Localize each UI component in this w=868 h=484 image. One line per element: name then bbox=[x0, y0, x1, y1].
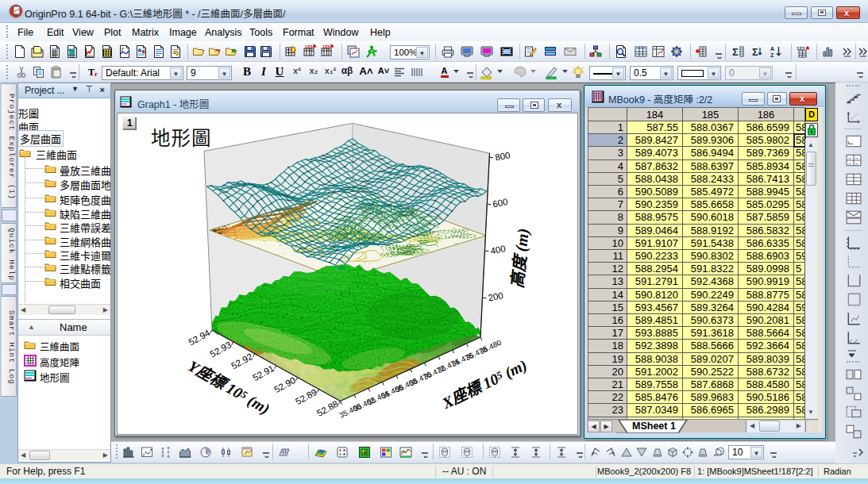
svg-text:A: A bbox=[770, 46, 774, 52]
svg-text:Σ: Σ bbox=[732, 46, 739, 58]
svg-text:600: 600 bbox=[492, 197, 508, 209]
svg-text:T: T bbox=[88, 67, 95, 78]
svg-text:52.89: 52.89 bbox=[294, 387, 318, 406]
svg-text:52.88: 52.88 bbox=[315, 399, 340, 418]
svg-text:52.94: 52.94 bbox=[187, 328, 212, 348]
svg-text:52.91: 52.91 bbox=[251, 363, 276, 382]
svg-text:Y座標 105 (m): Y座標 105 (m) bbox=[185, 358, 272, 418]
svg-text:52.90: 52.90 bbox=[272, 375, 297, 394]
svg-text:A: A bbox=[442, 66, 448, 75]
svg-text:123: 123 bbox=[305, 44, 312, 49]
svg-text:52.92: 52.92 bbox=[230, 351, 254, 371]
svg-text:400: 400 bbox=[489, 244, 506, 255]
svg-text:200: 200 bbox=[488, 290, 504, 302]
svg-text:Z: Z bbox=[770, 52, 774, 58]
svg-text:123: 123 bbox=[797, 46, 805, 51]
svg-text:123: 123 bbox=[322, 44, 330, 49]
svg-text:Σ: Σ bbox=[752, 46, 758, 58]
svg-text:800: 800 bbox=[494, 150, 511, 162]
svg-text:r: r bbox=[95, 70, 98, 78]
svg-text:高度 (m): 高度 (m) bbox=[508, 227, 533, 289]
svg-text:52.93: 52.93 bbox=[208, 340, 233, 359]
